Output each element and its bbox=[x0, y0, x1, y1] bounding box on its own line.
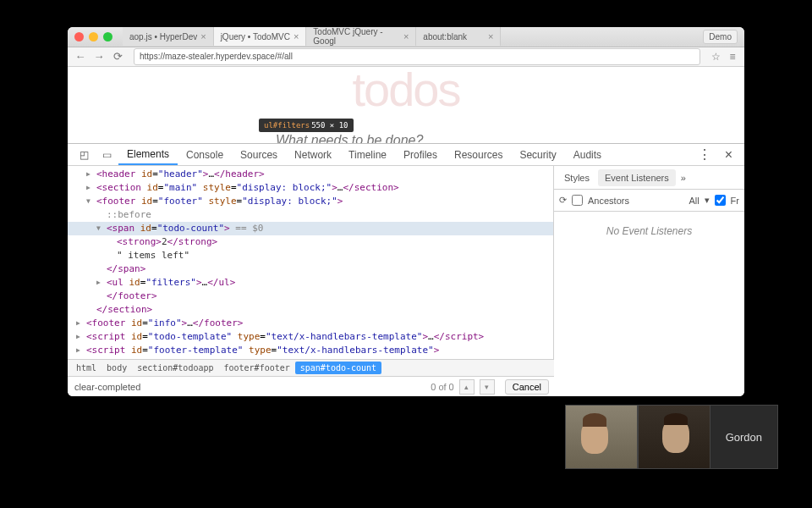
url-bar[interactable]: https://maze-stealer.hyperdev.space/#/al… bbox=[134, 48, 700, 65]
tree-node[interactable]: <footer id="info">…</footer> bbox=[68, 317, 553, 330]
bookmark-icon[interactable]: ☆ bbox=[709, 50, 722, 64]
tree-node[interactable]: <section id="main" style="display: block… bbox=[68, 181, 553, 195]
breadcrumb-item[interactable]: body bbox=[102, 362, 132, 374]
browser-toolbar: ← → ⟳ https://maze-stealer.hyperdev.spac… bbox=[68, 47, 744, 68]
tab-profiles[interactable]: Profiles bbox=[395, 144, 446, 165]
ancestors-checkbox[interactable] bbox=[572, 195, 583, 206]
tooltip-selector: ul#filters bbox=[264, 121, 310, 130]
close-icon[interactable]: × bbox=[403, 31, 409, 41]
tree-node[interactable]: <ul id="filters">…</ul> bbox=[68, 276, 553, 290]
search-input[interactable] bbox=[73, 380, 425, 394]
tree-node[interactable]: </span> bbox=[68, 262, 553, 276]
tree-node[interactable]: ::before bbox=[68, 208, 553, 222]
tree-node[interactable]: <footer id="footer" style="display: bloc… bbox=[68, 195, 553, 208]
demo-badge: Demo bbox=[703, 30, 738, 44]
menu-icon[interactable]: ≡ bbox=[726, 50, 739, 64]
tree-node[interactable]: " items left" bbox=[68, 249, 553, 262]
tab-label: jQuery • TodoMVC bbox=[221, 32, 290, 41]
close-icon[interactable]: × bbox=[718, 147, 739, 163]
devtools: ◰ ▭ Elements Console Sources Network Tim… bbox=[68, 143, 744, 396]
elements-panel: <header id="header">…</header> <section … bbox=[68, 166, 554, 396]
video-overlay: Gordon bbox=[565, 405, 778, 469]
devtools-body: <header id="header">…</header> <section … bbox=[68, 166, 744, 396]
fr-checkbox[interactable] bbox=[715, 195, 726, 206]
page-content: todos ul#filters 550 × 10 bbox=[68, 67, 744, 143]
tab-styles[interactable]: Styles bbox=[557, 169, 596, 186]
browser-tabs: aop.js • HyperDev× jQuery • TodoMVC× Tod… bbox=[123, 27, 738, 46]
inspect-icon[interactable]: ◰ bbox=[73, 149, 96, 161]
devtools-sidebar: Styles Event Listeners » ⟳ Ancestors All… bbox=[554, 166, 744, 396]
dom-tree[interactable]: <header id="header">…</header> <section … bbox=[68, 166, 554, 359]
tree-node-selected[interactable]: <span id="todo-count"> == $0 bbox=[68, 222, 553, 235]
tooltip-dims: 550 × 10 bbox=[311, 121, 348, 130]
breadcrumb-item-active[interactable]: span#todo-count bbox=[295, 362, 381, 374]
search-bar: 0 of 0 ▴ ▾ Cancel bbox=[68, 376, 554, 396]
tab-label: TodoMVC jQuery - Googl bbox=[313, 27, 400, 46]
tab-elements[interactable]: Elements bbox=[118, 144, 178, 165]
tab-event-listeners[interactable]: Event Listeners bbox=[598, 169, 676, 186]
forward-button[interactable]: → bbox=[91, 49, 107, 64]
tab-blank[interactable]: about:blank× bbox=[416, 27, 501, 46]
tree-node[interactable]: <strong>2</strong> bbox=[68, 235, 553, 249]
tab-timeline[interactable]: Timeline bbox=[340, 144, 395, 165]
tab-hyperdev[interactable]: aop.js • HyperDev× bbox=[123, 27, 214, 46]
filter-select[interactable]: All bbox=[689, 196, 699, 206]
search-next-button[interactable]: ▾ bbox=[480, 379, 495, 395]
close-window-icon[interactable] bbox=[74, 32, 84, 41]
close-icon[interactable]: × bbox=[488, 31, 493, 41]
maximize-window-icon[interactable] bbox=[103, 32, 112, 41]
tab-resources[interactable]: Resources bbox=[446, 144, 511, 165]
more-icon[interactable]: ⋮ bbox=[691, 146, 718, 163]
breadcrumb-item[interactable]: footer#footer bbox=[219, 362, 295, 374]
url-text: https://maze-stealer.hyperdev.space/#/al… bbox=[140, 52, 293, 61]
fr-label: Fr bbox=[731, 196, 739, 206]
devtools-tabs: ◰ ▭ Elements Console Sources Network Tim… bbox=[68, 144, 744, 166]
video-participant[interactable] bbox=[638, 405, 710, 469]
titlebar: aop.js • HyperDev× jQuery • TodoMVC× Tod… bbox=[68, 27, 744, 47]
tab-console[interactable]: Console bbox=[178, 144, 232, 165]
tab-security[interactable]: Security bbox=[511, 144, 564, 165]
sidebar-toolbar: ⟳ Ancestors All ▾ Fr bbox=[554, 190, 744, 212]
close-icon[interactable]: × bbox=[200, 31, 206, 41]
breadcrumb-item[interactable]: html bbox=[71, 362, 102, 374]
breadcrumb: html body section#todoapp footer#footer … bbox=[68, 359, 554, 376]
tree-node[interactable]: </footer> bbox=[68, 290, 553, 303]
tab-sources[interactable]: Sources bbox=[232, 144, 286, 165]
traffic-lights bbox=[74, 32, 112, 41]
tree-node[interactable]: <script id="todo-template" type="text/x-… bbox=[68, 330, 553, 344]
search-count: 0 of 0 bbox=[431, 382, 454, 392]
tab-google[interactable]: TodoMVC jQuery - Googl× bbox=[306, 27, 416, 46]
chevron-down-icon[interactable]: ▾ bbox=[705, 195, 710, 206]
search-prev-button[interactable]: ▴ bbox=[459, 379, 475, 395]
device-icon[interactable]: ▭ bbox=[96, 149, 118, 161]
participant-name: Gordon bbox=[710, 405, 778, 469]
inspect-tooltip: ul#filters 550 × 10 bbox=[259, 119, 354, 132]
breadcrumb-item[interactable]: section#todoapp bbox=[132, 362, 218, 374]
tree-node[interactable]: </section> bbox=[68, 303, 553, 317]
tab-label: about:blank bbox=[423, 32, 467, 41]
minimize-window-icon[interactable] bbox=[89, 32, 98, 41]
tree-node[interactable]: <header id="header">…</header> bbox=[68, 168, 553, 181]
tab-todomvc[interactable]: jQuery • TodoMVC× bbox=[214, 27, 307, 46]
tab-network[interactable]: Network bbox=[286, 144, 340, 165]
close-icon[interactable]: × bbox=[294, 31, 299, 41]
cancel-button[interactable]: Cancel bbox=[505, 379, 549, 395]
tree-node[interactable]: <script id="footer-template" type="text/… bbox=[68, 344, 553, 357]
ancestors-label: Ancestors bbox=[588, 196, 629, 206]
tab-label: aop.js • HyperDev bbox=[129, 32, 197, 41]
sidebar-tabs: Styles Event Listeners » bbox=[554, 166, 744, 190]
video-participant[interactable] bbox=[565, 405, 638, 469]
browser-window: aop.js • HyperDev× jQuery • TodoMVC× Tod… bbox=[68, 27, 744, 396]
chevron-right-icon[interactable]: » bbox=[678, 173, 689, 183]
reload-button[interactable]: ⟳ bbox=[110, 49, 125, 64]
sidebar-empty: No Event Listeners bbox=[554, 212, 744, 396]
page-title: todos bbox=[68, 67, 744, 117]
refresh-icon[interactable]: ⟳ bbox=[559, 195, 567, 206]
back-button[interactable]: ← bbox=[73, 49, 88, 64]
tab-audits[interactable]: Audits bbox=[565, 144, 610, 165]
